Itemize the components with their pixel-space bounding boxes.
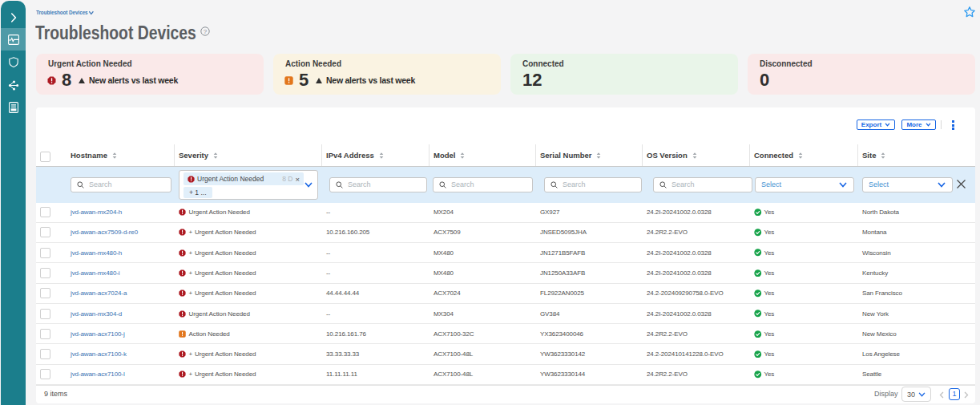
svg-text:?: ?: [204, 28, 208, 35]
